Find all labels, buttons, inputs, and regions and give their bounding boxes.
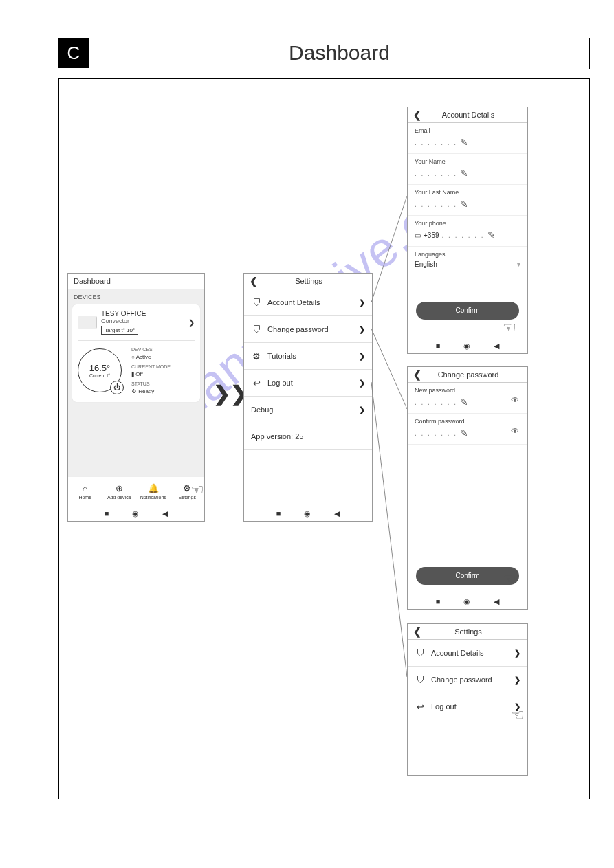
row-log-out-2[interactable]: ↩ Log out ❯ — [408, 693, 527, 720]
status-label: STATUS — [131, 381, 171, 388]
new-password-field[interactable]: . . . . . . .✎ — [415, 394, 520, 410]
phone-dashboard: Dashboard DEVICES TESY OFFICE Convector … — [67, 273, 205, 522]
nav-home[interactable]: ⌂Home — [68, 477, 102, 506]
page-title: Dashboard — [89, 38, 590, 69]
home-icon: ⌂ — [83, 483, 88, 493]
row-account-details[interactable]: ⛉ Account Details ❯ — [244, 289, 372, 316]
chevron-right-icon[interactable]: ❯ — [188, 318, 195, 327]
person-icon: ⛉ — [251, 298, 262, 308]
chevron-right-icon: ❯ — [359, 405, 365, 414]
last-name-label: Your Last Name — [415, 189, 520, 196]
language-select[interactable]: English ▾ — [415, 258, 520, 271]
logout-icon: ↩ — [415, 702, 426, 712]
power-button[interactable]: ⏻ — [110, 381, 124, 394]
email-field[interactable]: . . . . . . .✎ — [415, 134, 520, 151]
devices-section-label: DEVICES — [68, 289, 204, 304]
logout-icon: ↩ — [251, 378, 262, 388]
sys-back-icon[interactable]: ◀ — [494, 342, 499, 350]
row-debug[interactable]: Debug ❯ — [244, 397, 372, 423]
scribble-icon: ✎ — [460, 427, 468, 438]
sys-home-icon[interactable]: ◉ — [132, 509, 139, 518]
row-change-password-2[interactable]: ⛉ Change password ❯ — [408, 667, 527, 693]
sys-home-icon[interactable]: ◉ — [463, 342, 470, 350]
phone-account-details: ❮ Account Details Email . . . . . . .✎ Y… — [407, 107, 528, 354]
sys-back-icon[interactable]: ◀ — [494, 597, 499, 606]
sys-back-icon[interactable]: ◀ — [162, 509, 168, 518]
phone-label: Your phone — [415, 220, 520, 227]
svg-line-1 — [371, 329, 407, 409]
pointing-hand-icon: ☜ — [511, 706, 525, 724]
confirm-button[interactable]: Confirm — [416, 302, 519, 320]
last-name-field[interactable]: . . . . . . .✎ — [415, 196, 520, 212]
sys-recent-icon[interactable]: ■ — [436, 597, 441, 605]
scribble-icon: ✎ — [487, 230, 496, 241]
email-label: Email — [415, 127, 520, 134]
confirm-password-label: Confirm password — [415, 418, 520, 425]
person-icon: ⛉ — [415, 648, 426, 658]
row-account-details-2[interactable]: ⛉ Account Details ❯ — [408, 640, 527, 667]
gear-icon: ⚙ — [251, 351, 262, 361]
eye-icon[interactable]: 👁 — [511, 395, 519, 405]
pointing-hand-icon: ☜ — [190, 481, 204, 499]
temperature-label: Current t° — [89, 373, 110, 378]
chevron-right-icon: ❯ — [359, 298, 365, 307]
pointing-hand-icon: ☜ — [503, 570, 516, 588]
phone-settings: ❮ Settings ⛉ Account Details ❯ ⛉ Change … — [243, 273, 373, 522]
row-change-password[interactable]: ⛉ Change password ❯ — [244, 316, 372, 343]
languages-label: Languages — [415, 251, 520, 258]
change-password-title: Change password — [415, 370, 522, 379]
sys-home-icon[interactable]: ◉ — [463, 597, 470, 606]
bell-icon: 🔔 — [148, 483, 159, 493]
temperature-gauge: 16.5° Current t° ⏻ — [78, 348, 122, 392]
account-details-title: Account Details — [415, 111, 522, 119]
new-password-label: New password — [415, 387, 520, 394]
sys-recent-icon[interactable]: ■ — [105, 509, 109, 518]
nav-notifications[interactable]: 🔔Notifications — [136, 477, 171, 506]
row-log-out[interactable]: ↩ Log out ❯ — [244, 370, 372, 397]
device-target: Target t° 10° — [101, 326, 138, 335]
phone-change-password: ❮ Change password New password . . . . .… — [407, 366, 528, 610]
svg-line-0 — [371, 196, 407, 302]
scribble-icon: ✎ — [460, 199, 468, 210]
chevron-right-icon: ❯ — [514, 649, 520, 658]
chevron-right-icon: ❯ — [359, 379, 365, 388]
chevron-right-icon: ❯ — [359, 325, 365, 334]
chevron-right-icon: ❯ — [359, 352, 365, 361]
row-tutorials[interactable]: ⚙ Tutorials ❯ — [244, 343, 372, 370]
person-icon: ⛉ — [251, 324, 262, 335]
devices-label: DEVICES — [131, 346, 171, 353]
device-name: TESY OFFICE — [101, 310, 184, 318]
chevron-down-icon: ▾ — [517, 260, 520, 268]
phone-settings-logout: ❮ Settings ⛉ Account Details ❯ ⛉ Change … — [407, 623, 528, 776]
settings-title-2: Settings — [415, 627, 522, 636]
mode-label: CURRENT MODE — [131, 364, 171, 370]
status-value: ⏱ Ready — [131, 388, 171, 395]
phone-prefix: +359 — [424, 232, 439, 239]
svg-line-2 — [371, 382, 407, 677]
name-label: Your Name — [415, 158, 520, 165]
plus-circle-icon: ⊕ — [116, 483, 123, 493]
sys-recent-icon[interactable]: ■ — [276, 509, 281, 518]
header-badge: C — [58, 38, 89, 68]
confirm-password-field[interactable]: . . . . . . .✎ — [415, 425, 520, 441]
flag-icon: ▭ — [415, 232, 421, 239]
double-chevron-icon: ❯❯ — [213, 381, 248, 405]
device-thumb — [78, 316, 97, 329]
phone-field[interactable]: ▭ +359 . . . . . . .✎ — [415, 227, 520, 243]
pointing-hand-icon: ☜ — [503, 319, 516, 337]
sys-back-icon[interactable]: ◀ — [334, 509, 340, 518]
dashboard-title: Dashboard — [74, 277, 111, 285]
nav-add-device[interactable]: ⊕Add device — [102, 477, 137, 506]
devices-value: ○ Active — [131, 353, 171, 361]
eye-icon[interactable]: 👁 — [511, 426, 519, 436]
row-app-version: App version: 25 — [244, 423, 372, 450]
sys-recent-icon[interactable]: ■ — [436, 342, 441, 350]
sys-home-icon[interactable]: ◉ — [304, 509, 311, 518]
device-card[interactable]: TESY OFFICE Convector Target t° 10° ❯ 16… — [72, 304, 200, 402]
temperature-value: 16.5° — [89, 363, 111, 373]
scribble-icon: ✎ — [460, 168, 468, 179]
name-field[interactable]: . . . . . . .✎ — [415, 165, 520, 181]
settings-title: Settings — [251, 277, 366, 285]
scribble-icon: ✎ — [460, 137, 468, 148]
device-subtitle: Convector — [101, 318, 184, 324]
